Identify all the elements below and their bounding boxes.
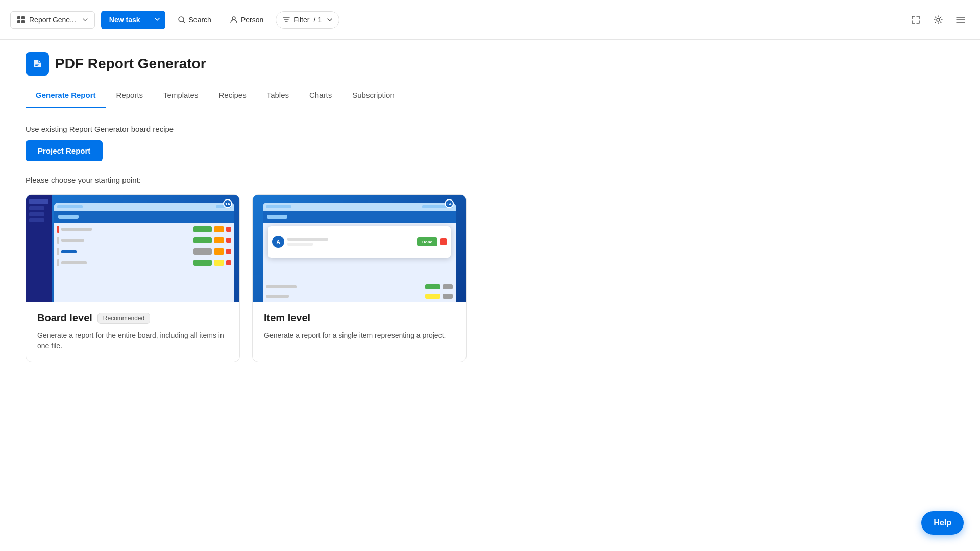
recommended-badge: Recommended xyxy=(97,313,150,324)
new-task-label: New task xyxy=(101,11,149,29)
item-level-card-image: A Done xyxy=(253,195,466,302)
nav-tabs: Generate Report Reports Templates Recipe… xyxy=(0,84,980,108)
search-label: Search xyxy=(189,16,211,24)
project-report-button[interactable]: Project Report xyxy=(26,140,103,161)
page-title: PDF Report Generator xyxy=(55,56,206,72)
person-button[interactable]: Person xyxy=(224,12,270,28)
new-task-button[interactable]: New task xyxy=(101,11,165,29)
board-selector-label: Report Gene... xyxy=(29,16,76,24)
svg-rect-2 xyxy=(17,20,20,23)
svg-rect-1 xyxy=(21,16,24,19)
tab-subscription[interactable]: Subscription xyxy=(342,84,405,108)
board-level-title-row: Board level Recommended xyxy=(37,312,228,324)
cards-container: 1A Board level Recommended Generate a re… xyxy=(26,194,954,362)
filter-label: Filter xyxy=(293,16,309,24)
person-icon xyxy=(230,16,238,24)
item-level-title: Item level xyxy=(264,312,310,324)
board-level-card-image: 1A xyxy=(26,195,239,302)
app-icon xyxy=(26,52,49,76)
tab-reports[interactable]: Reports xyxy=(106,84,154,108)
filter-chevron-icon xyxy=(327,17,333,23)
tab-templates[interactable]: Templates xyxy=(153,84,208,108)
help-button[interactable]: Help xyxy=(921,511,964,535)
item-level-card-body: Item level Generate a report for a singl… xyxy=(253,302,466,351)
tab-tables[interactable]: Tables xyxy=(257,84,299,108)
item-level-title-row: Item level xyxy=(264,312,455,324)
svg-rect-9 xyxy=(35,65,38,66)
board-level-card-body: Board level Recommended Generate a repor… xyxy=(26,302,239,362)
search-icon xyxy=(178,16,186,24)
expand-button[interactable] xyxy=(906,11,925,29)
topbar-right xyxy=(906,11,970,29)
new-task-dropdown-icon xyxy=(149,11,165,29)
item-level-card[interactable]: A Done xyxy=(252,194,467,362)
board-selector-button[interactable]: Report Gene... xyxy=(10,11,95,29)
page-title-rest: Report Generator xyxy=(84,56,206,71)
svg-rect-3 xyxy=(21,20,24,23)
board-level-title: Board level xyxy=(37,312,92,324)
chevron-down-icon xyxy=(82,17,88,23)
settings-button[interactable] xyxy=(929,11,947,29)
topbar: Report Gene... New task Search xyxy=(0,0,980,40)
svg-point-6 xyxy=(937,18,940,21)
recipe-label: Use existing Report Generator board reci… xyxy=(26,124,954,133)
person-label: Person xyxy=(241,16,263,24)
filter-count: / 1 xyxy=(313,16,322,24)
page-title-pdf: PDF xyxy=(55,56,84,71)
more-options-button[interactable] xyxy=(951,11,970,29)
svg-rect-8 xyxy=(35,64,39,65)
svg-point-5 xyxy=(232,17,235,20)
item-level-description: Generate a report for a single item repr… xyxy=(264,330,455,341)
board-level-description: Generate a report for the entire board, … xyxy=(37,330,228,352)
starting-point-label: Please choose your starting point: xyxy=(26,176,954,184)
filter-icon xyxy=(282,16,290,24)
search-button[interactable]: Search xyxy=(172,12,217,28)
tab-recipes[interactable]: Recipes xyxy=(208,84,256,108)
board-level-card[interactable]: 1A Board level Recommended Generate a re… xyxy=(26,194,240,362)
grid-icon xyxy=(17,16,25,24)
tab-charts[interactable]: Charts xyxy=(299,84,342,108)
svg-rect-0 xyxy=(17,16,20,19)
filter-button[interactable]: Filter / 1 xyxy=(276,11,339,29)
main-content: Use existing Report Generator board reci… xyxy=(0,108,980,379)
tab-generate-report[interactable]: Generate Report xyxy=(26,84,106,108)
page-header: PDF Report Generator xyxy=(0,40,980,84)
